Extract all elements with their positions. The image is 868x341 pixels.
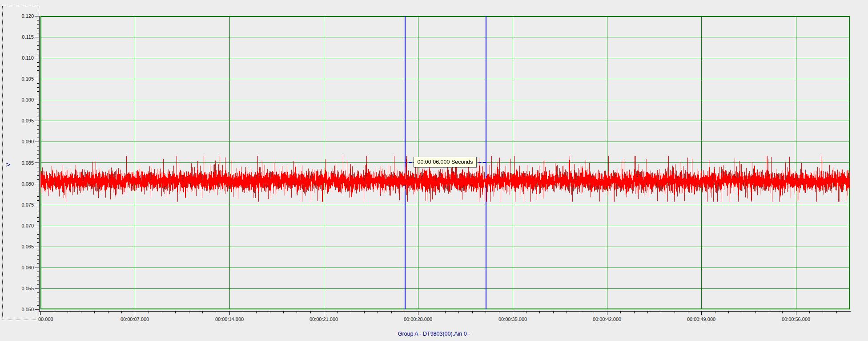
y-tick-label: 0.085 xyxy=(13,160,34,166)
y-major-tick xyxy=(35,142,39,142)
x-minor-tick xyxy=(216,312,216,313)
x-minor-tick xyxy=(755,312,756,313)
y-minor-tick xyxy=(37,301,39,301)
y-minor-tick xyxy=(37,263,39,264)
x-minor-tick xyxy=(553,312,554,313)
x-tick-label: 00:00:07.000 xyxy=(121,317,149,322)
y-minor-tick xyxy=(37,221,39,222)
x-minor-tick xyxy=(121,312,122,313)
y-minor-tick xyxy=(37,33,39,33)
y-major-tick xyxy=(35,226,39,226)
y-minor-tick xyxy=(37,209,39,209)
cursor-delta-tooltip: 00:00:06.000 Seconds xyxy=(414,157,477,167)
x-minor-tick xyxy=(809,312,810,313)
y-major-tick xyxy=(35,288,39,289)
y-minor-tick xyxy=(37,70,39,71)
x-minor-tick xyxy=(378,312,378,313)
y-major-tick xyxy=(35,58,39,58)
x-minor-tick xyxy=(310,312,311,313)
x-minor-tick xyxy=(81,312,81,313)
x-minor-tick xyxy=(405,312,405,313)
y-minor-tick xyxy=(37,305,39,306)
y-minor-tick xyxy=(37,66,39,67)
x-minor-tick xyxy=(647,312,648,313)
x-minor-tick xyxy=(594,312,594,313)
x-tick-label: 00:00:21.000 xyxy=(309,317,338,322)
y-minor-tick xyxy=(37,259,39,260)
x-minor-tick xyxy=(836,312,837,313)
y-major-tick xyxy=(35,79,39,79)
y-minor-tick xyxy=(37,54,39,54)
y-tick-label: 0.055 xyxy=(13,286,34,291)
y-tick-label: 0.060 xyxy=(13,265,34,270)
x-minor-tick xyxy=(337,312,338,313)
y-major-tick xyxy=(35,205,39,205)
x-axis-line xyxy=(39,311,851,312)
x-minor-tick xyxy=(297,312,297,313)
y-major-tick xyxy=(35,37,39,37)
x-minor-tick xyxy=(486,312,486,313)
x-minor-tick xyxy=(108,312,108,313)
y-tick-label: 0.110 xyxy=(13,55,34,61)
y-major-tick xyxy=(35,309,39,310)
y-minor-tick xyxy=(37,255,39,256)
x-major-tick xyxy=(796,312,796,315)
y-minor-tick xyxy=(37,213,39,213)
y-minor-tick xyxy=(37,192,39,192)
y-minor-tick xyxy=(37,171,39,171)
x-minor-tick xyxy=(620,312,621,313)
y-minor-tick xyxy=(37,45,39,46)
x-minor-tick xyxy=(472,312,473,313)
y-tick-label: 0.090 xyxy=(13,139,34,144)
y-minor-tick xyxy=(37,238,39,239)
y-minor-tick xyxy=(37,175,39,176)
y-tick-label: 0.075 xyxy=(13,202,34,207)
y-tick-label: 0.050 xyxy=(13,307,34,312)
y-minor-tick xyxy=(37,242,39,243)
y-minor-tick xyxy=(37,129,39,130)
y-minor-tick xyxy=(37,280,39,280)
x-major-tick xyxy=(701,312,702,315)
x-major-tick xyxy=(229,312,230,315)
x-major-tick xyxy=(135,312,135,315)
x-major-tick xyxy=(40,312,41,315)
x-minor-tick xyxy=(661,312,661,313)
x-minor-tick xyxy=(539,312,540,313)
y-minor-tick xyxy=(37,96,39,96)
y-minor-tick xyxy=(37,146,39,146)
x-minor-tick xyxy=(351,312,351,313)
x-major-tick xyxy=(607,312,607,315)
y-major-tick xyxy=(35,268,39,268)
x-tick-label: 00:00:14.000 xyxy=(215,317,244,322)
y-major-tick xyxy=(35,16,39,16)
y-minor-tick xyxy=(37,104,39,105)
x-minor-tick xyxy=(688,312,688,313)
x-minor-tick xyxy=(202,312,203,313)
y-major-tick xyxy=(35,100,39,100)
y-tick-label: 0.115 xyxy=(13,34,34,40)
y-tick-label: 0.070 xyxy=(13,223,34,228)
x-minor-tick xyxy=(364,312,365,313)
x-minor-tick xyxy=(634,312,635,313)
x-tick-label: 00:00:42.000 xyxy=(593,317,621,322)
x-minor-tick xyxy=(162,312,162,313)
x-minor-tick xyxy=(54,312,54,313)
y-minor-tick xyxy=(37,113,39,113)
x-minor-tick xyxy=(270,312,270,313)
x-tick-label: 00:00:35.000 xyxy=(498,317,527,322)
x-minor-tick xyxy=(256,312,257,313)
y-minor-tick xyxy=(37,217,39,218)
y-minor-tick xyxy=(37,28,39,29)
y-major-tick xyxy=(35,121,39,121)
x-minor-tick xyxy=(445,312,446,313)
x-minor-tick xyxy=(715,312,715,313)
x-minor-tick xyxy=(94,312,95,313)
y-tick-label: 0.065 xyxy=(13,244,34,249)
y-major-tick xyxy=(35,184,39,184)
x-minor-tick xyxy=(175,312,176,313)
x-major-tick xyxy=(513,312,513,315)
channel-legend: Group A - DT9803(00).Ain 0 - xyxy=(0,331,868,337)
y-minor-tick xyxy=(37,83,39,84)
y-minor-tick xyxy=(37,41,39,41)
x-tick-label: 00.000 xyxy=(38,317,53,322)
